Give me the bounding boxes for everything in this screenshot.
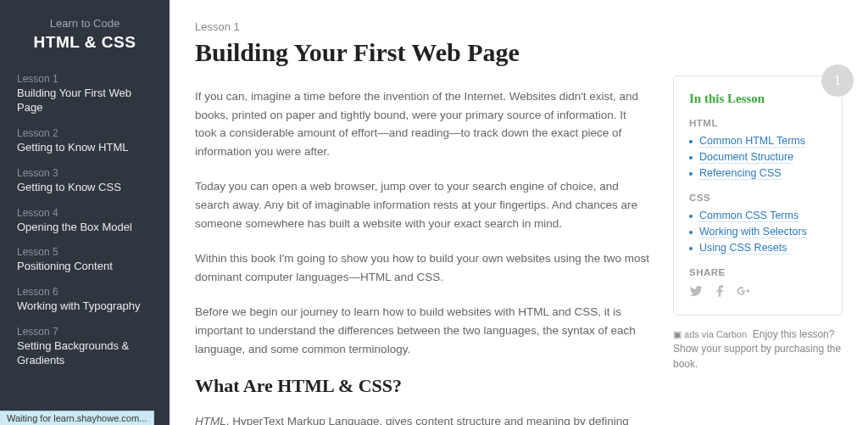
html-term: HTML — [195, 415, 226, 425]
intro-p2: Today you can open a web browser, jump o… — [195, 177, 651, 232]
ads-placeholder: ▣ ads via Carbon — [673, 329, 747, 339]
toc-link[interactable]: Document Structure — [689, 151, 826, 163]
page-title: Building Your First Web Page — [195, 38, 651, 67]
toc-group-html: HTML — [689, 118, 826, 128]
sidebar-header: Learn to Code HTML & CSS — [0, 17, 170, 67]
main-content: Lesson 1 Building Your First Web Page If… — [170, 0, 868, 425]
sidebar-item-lesson-3[interactable]: Lesson 3Getting to Know CSS — [0, 161, 170, 201]
lesson-num: Lesson 1 — [17, 73, 153, 85]
promo: ▣ ads via Carbon Enjoy this lesson? Show… — [673, 327, 843, 372]
lesson-label: Lesson 1 — [195, 20, 651, 33]
lesson-num: Lesson 7 — [17, 326, 153, 338]
toc-link[interactable]: Common HTML Terms — [689, 135, 826, 147]
sidebar-item-lesson-4[interactable]: Lesson 4Opening the Box Model — [0, 201, 170, 241]
lesson-title: Getting to Know CSS — [17, 181, 153, 195]
lesson-title: Setting Backgrounds & Gradients — [17, 339, 153, 368]
intro-p4: Before we begin our journey to learn how… — [195, 303, 651, 358]
sidebar: Learn to Code HTML & CSS Lesson 1Buildin… — [0, 0, 170, 425]
toc-link[interactable]: Referencing CSS — [689, 167, 826, 179]
lesson-num: Lesson 6 — [17, 286, 153, 298]
site-title[interactable]: HTML & CSS — [17, 33, 153, 52]
lesson-num: Lesson 5 — [17, 246, 153, 258]
toc-card: 1 In this Lesson HTML Common HTML TermsD… — [673, 75, 843, 316]
lesson-num: Lesson 2 — [17, 127, 153, 139]
article: Lesson 1 Building Your First Web Page If… — [195, 20, 651, 425]
sidebar-item-lesson-2[interactable]: Lesson 2Getting to Know HTML — [0, 121, 170, 161]
toc-group-css: CSS — [689, 193, 826, 203]
toc-link[interactable]: Working with Selectors — [689, 226, 826, 238]
intro-p1: If you can, imagine a time before the in… — [195, 87, 651, 160]
section-heading: What Are HTML & CSS? — [195, 375, 651, 397]
toc-list-html: Common HTML TermsDocument StructureRefer… — [689, 135, 826, 179]
lesson-title: Working with Typography — [17, 299, 153, 314]
lesson-title: Opening the Box Model — [17, 221, 153, 235]
twitter-icon[interactable] — [689, 284, 703, 298]
toc-link[interactable]: Using CSS Resets — [689, 242, 826, 254]
share-label: SHARE — [689, 267, 826, 277]
google-plus-icon[interactable] — [737, 284, 750, 298]
definition-p: HTML, HyperText Markup Language, gives c… — [195, 412, 651, 425]
lesson-badge: 1 — [821, 64, 854, 97]
facebook-icon[interactable] — [713, 284, 726, 298]
lesson-num: Lesson 3 — [17, 167, 153, 179]
sidebar-item-lesson-6[interactable]: Lesson 6Working with Typography — [0, 280, 170, 320]
toc-link[interactable]: Common CSS Terms — [689, 210, 826, 221]
sidebar-item-lesson-5[interactable]: Lesson 5Positioning Content — [0, 240, 170, 280]
aside: 1 In this Lesson HTML Common HTML TermsD… — [673, 75, 843, 425]
lesson-title: Positioning Content — [17, 260, 153, 274]
sidebar-item-lesson-1[interactable]: Lesson 1Building Your First Web Page — [0, 67, 170, 121]
lesson-title: Building Your First Web Page — [17, 87, 153, 115]
lesson-num: Lesson 4 — [17, 207, 153, 219]
toc-title: In this Lesson — [689, 92, 826, 106]
lesson-nav: Lesson 1Building Your First Web PageLess… — [0, 67, 170, 374]
learn-label: Learn to Code — [17, 17, 153, 30]
intro-p3: Within this book I'm going to show you h… — [195, 249, 651, 286]
browser-status-bar: Waiting for learn.shayhowe.com... — [0, 411, 154, 425]
toc-list-css: Common CSS TermsWorking with SelectorsUs… — [689, 210, 826, 254]
sidebar-item-lesson-7[interactable]: Lesson 7Setting Backgrounds & Gradients — [0, 320, 170, 374]
lesson-title: Getting to Know HTML — [17, 141, 153, 155]
share-icons — [689, 284, 826, 298]
